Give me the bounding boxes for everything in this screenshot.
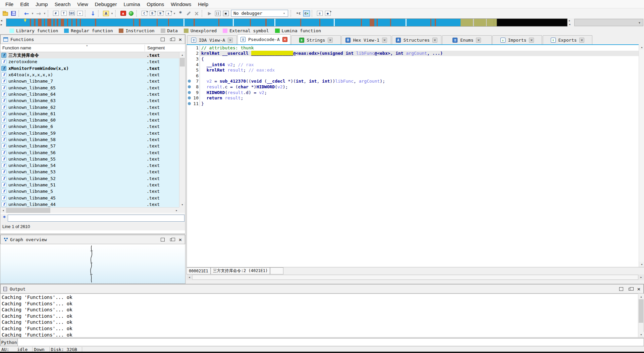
close-icon[interactable]: × [637, 287, 641, 291]
function-row[interactable]: f三方支持库命令.text [0, 52, 179, 58]
search-text-icon[interactable]: T [60, 10, 67, 17]
scrollbar-thumb[interactable] [639, 299, 643, 323]
debugger-windows-icon[interactable]: ≡ [316, 10, 323, 17]
function-row[interactable]: funknown_libname_45.text [0, 195, 179, 201]
float-window-icon[interactable] [170, 238, 173, 241]
column-function-name[interactable]: Function name [2, 45, 31, 50]
navband-right-icon[interactable]: ▸ [569, 19, 573, 22]
delete-function-icon[interactable]: × [193, 10, 200, 17]
function-row[interactable]: funknown_libname_62.text [0, 104, 179, 110]
scroll-left-icon[interactable]: ◂ [0, 208, 6, 213]
pseudocode-line[interactable]: 5 krnlRet result; // eax:edx [187, 67, 644, 73]
close-icon[interactable]: × [432, 38, 437, 43]
scroll-left-icon[interactable]: ◂ [186, 274, 192, 280]
make-string-icon[interactable]: s+ [165, 10, 172, 17]
jump-address-icon[interactable]: ↓ [89, 10, 97, 17]
close-icon[interactable]: × [579, 38, 584, 43]
float-window-icon[interactable] [629, 288, 632, 291]
function-row[interactable]: funknown_libname_44.text [0, 201, 179, 207]
python-button[interactable]: Python [0, 338, 18, 346]
save-icon[interactable] [10, 10, 17, 17]
function-row[interactable]: funknown_libname_52.text [0, 175, 179, 182]
function-row[interactable]: funknown_libname_56.text [0, 149, 179, 156]
lumina-icon[interactable] [127, 10, 135, 17]
highlight-color-icon[interactable]: A [102, 10, 110, 17]
close-icon[interactable]: × [382, 38, 387, 43]
scrollbar-thumb[interactable] [180, 58, 185, 67]
pseudocode-view[interactable]: 1// attributes: thunk2krnlRet __usercall… [186, 44, 644, 267]
breakpoint-gutter[interactable] [187, 85, 192, 88]
output-titlebar[interactable]: Output × [0, 284, 644, 294]
nav-forward-caret-icon[interactable]: ▾ [43, 10, 46, 17]
menu-debugger[interactable]: Debugger [92, 1, 120, 8]
tab-structures[interactable]: AStructures× [392, 35, 441, 44]
pseudocode-line[interactable]: 1// attributes: thunk [187, 45, 644, 51]
nav-back-caret-icon[interactable]: ▾ [31, 10, 34, 17]
pseudocode-line[interactable]: 8 result.c = (char *)HIDWORD(v2); [187, 84, 644, 90]
patch-icon[interactable]: * [177, 10, 184, 17]
search-again-icon[interactable]: » [76, 10, 84, 17]
maximize-icon[interactable] [161, 238, 165, 241]
problems-icon[interactable]: ▲ [119, 10, 127, 17]
navband-left-arrows[interactable]: ◂▸ [1, 18, 5, 27]
functions-column-header[interactable]: Function name Segment ▾ [0, 44, 185, 52]
maximize-icon[interactable] [619, 287, 623, 291]
breakpoint-gutter[interactable] [187, 80, 192, 83]
function-row[interactable]: fx64toa(x,x,x,x,x).text [0, 72, 179, 78]
function-row[interactable]: funknown_libname_58.text [0, 136, 179, 143]
functions-panel-titlebar[interactable]: Functions × [0, 35, 185, 44]
make-string-caret-icon[interactable]: ▾ [173, 10, 176, 17]
scroll-down-icon[interactable]: ▾ [639, 262, 644, 267]
graph-overview-titlebar[interactable]: Graph overview × [0, 235, 185, 244]
menu-lumina[interactable]: Lumina [120, 1, 143, 8]
close-icon[interactable]: × [328, 38, 333, 43]
function-row[interactable]: funknown_libname_64.text [0, 91, 179, 97]
scroll-down-icon[interactable]: ▾ [638, 332, 644, 337]
functions-vertical-scrollbar[interactable]: ▴ ▾ [179, 52, 185, 207]
function-row[interactable]: funknown_libname_53.text [0, 169, 179, 175]
pseudocode-line[interactable]: 9 HIDWORD(result.d) = v2; [187, 90, 644, 95]
navband-left-icon[interactable]: ◂ [569, 23, 573, 26]
menu-file[interactable]: File [2, 1, 17, 8]
tab-ida-view-a[interactable]: ≡IDA View-A× [187, 35, 237, 44]
function-row[interactable]: funknown_libname_55.text [0, 156, 179, 162]
make-name-icon[interactable]: N+ [157, 10, 164, 17]
navband-down-icon[interactable]: ▸ [1, 23, 5, 26]
close-icon[interactable]: × [282, 37, 287, 42]
highlight-caret-icon[interactable]: ▾ [110, 10, 114, 17]
scroll-right-icon[interactable]: ▸ [174, 208, 179, 213]
menu-view[interactable]: View [74, 1, 91, 8]
function-row[interactable]: funknown_libname_54.text [0, 162, 179, 169]
close-icon[interactable]: × [178, 38, 182, 41]
navband-up-icon[interactable]: ◂ [1, 19, 5, 22]
search-immediate-icon[interactable]: # [52, 10, 59, 17]
tab-pseudocode-a[interactable]: ≡Pseudocode-A× [237, 34, 290, 44]
tab-exports[interactable]: ↑Exports× [543, 35, 592, 44]
menu-help[interactable]: Help [195, 1, 212, 8]
add-breakpoint-icon[interactable]: ●+ [324, 10, 331, 17]
debug-stop-icon[interactable]: ■ [222, 10, 229, 17]
scrollbar-thumb[interactable] [192, 275, 638, 280]
debug-continue-icon[interactable]: ▶ [206, 10, 213, 17]
scroll-up-icon[interactable]: ▴ [639, 44, 644, 50]
python-command-input[interactable] [18, 338, 644, 346]
navband-zoom-scrollbar[interactable]: ▾ [574, 19, 643, 26]
column-divider[interactable] [145, 45, 145, 51]
function-row[interactable]: funknown_libname_63.text [0, 97, 179, 104]
attach-to-process-icon[interactable]: ‣c [295, 10, 302, 17]
menu-search[interactable]: Search [51, 1, 74, 8]
function-row[interactable]: funknown_libname_57.text [0, 143, 179, 149]
breakpoint-gutter[interactable] [187, 96, 192, 99]
menu-windows[interactable]: Windows [167, 1, 195, 8]
tab-hex-view-1[interactable]: OHex View-1× [341, 35, 391, 44]
pseudocode-line[interactable]: 10 return result; [187, 95, 644, 101]
pseudocode-vertical-scrollbar[interactable]: ▴ ▾ [639, 44, 644, 267]
pseudocode-line[interactable]: 6 [187, 73, 644, 79]
navigation-band[interactable] [6, 18, 568, 27]
quick-debug-icon[interactable]: c▸ [303, 10, 310, 17]
pseudocode-line[interactable]: 3{ [187, 56, 644, 62]
nav-forward-icon[interactable]: → [35, 10, 42, 17]
edit-function-icon[interactable] [185, 10, 192, 17]
function-row[interactable]: funknown_libname_7.text [0, 78, 179, 84]
pseudocode-line[interactable]: 11} [187, 101, 644, 106]
